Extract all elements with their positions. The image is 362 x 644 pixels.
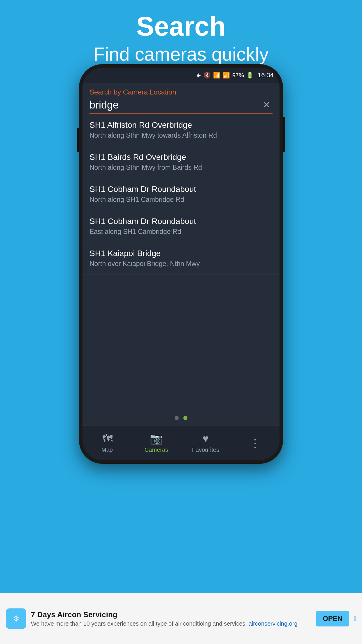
more-icon: ⋮ <box>249 436 261 450</box>
page-subtitle: Find cameras quickly <box>6 43 356 65</box>
result-subtitle: North along Sthn Mwy from Bairds Rd <box>89 164 273 172</box>
app-header: Search Find cameras quickly <box>0 0 362 71</box>
app-content: Search by Camera Location ✕ SH1 Alfristo… <box>82 83 280 460</box>
result-title: SH1 Cobham Dr Roundabout <box>89 217 273 226</box>
camera-icon: 📷 <box>150 433 163 445</box>
ad-logo: ❄ <box>6 608 26 629</box>
pagination-dots <box>82 411 280 425</box>
nav-label-map: Map <box>101 447 113 453</box>
wifi-icon: 📶 <box>213 72 220 79</box>
ad-banner: ❄ 7 Days Aircon Servicing We have more t… <box>0 593 362 644</box>
search-area: Search by Camera Location ✕ <box>82 83 280 114</box>
alarm-icon: ⊕ <box>196 72 201 79</box>
mute-icon: 🔇 <box>203 72 211 79</box>
clear-button[interactable]: ✕ <box>261 99 273 111</box>
list-item[interactable]: SH1 Cobham Dr Roundabout North along SH1… <box>82 178 280 210</box>
result-subtitle: North along SH1 Cambridge Rd <box>89 196 273 204</box>
dot-2-active[interactable] <box>183 416 187 420</box>
results-list: SH1 Alfriston Rd Overbridge North along … <box>82 114 280 411</box>
list-item[interactable]: SH1 Bairds Rd Overbridge North along Sth… <box>82 146 280 178</box>
nav-label-favourites: Favourites <box>192 447 219 453</box>
ad-title: 7 Days Aircon Servicing <box>31 610 311 619</box>
battery-percentage: 97% <box>232 72 244 79</box>
result-title: SH1 Cobham Dr Roundabout <box>89 185 273 194</box>
nav-label-cameras: Cameras <box>145 447 168 453</box>
side-button-right <box>283 117 285 152</box>
result-title: SH1 Bairds Rd Overbridge <box>89 153 273 162</box>
map-icon: 🗺 <box>102 433 113 445</box>
search-label: Search by Camera Location <box>89 88 273 96</box>
ad-info-icon[interactable]: ℹ <box>354 615 356 622</box>
list-item[interactable]: SH1 Alfriston Rd Overbridge North along … <box>82 114 280 146</box>
ad-text-content: 7 Days Aircon Servicing We have more tha… <box>31 610 311 627</box>
search-input[interactable] <box>89 99 261 111</box>
result-subtitle: East along SH1 Cambridge Rd <box>89 228 273 236</box>
list-item[interactable]: SH1 Cobham Dr Roundabout East along SH1 … <box>82 210 280 242</box>
ad-website[interactable]: airconservicing.org <box>249 620 298 627</box>
result-subtitle: North over Kaiapoi Bridge, Nthn Mwy <box>89 260 273 268</box>
nav-item-map[interactable]: 🗺 Map <box>82 433 132 453</box>
page-title: Search <box>6 12 356 41</box>
status-time: 16:34 <box>258 71 274 79</box>
status-icons: ⊕ 🔇 📶 📶 97% 🔋 16:34 <box>196 71 274 79</box>
result-title: SH1 Kaiapoi Bridge <box>89 249 273 258</box>
result-title: SH1 Alfriston Rd Overbridge <box>89 120 273 130</box>
search-row: ✕ <box>89 99 273 114</box>
bottom-nav: 🗺 Map 📷 Cameras ♥ Favourites ⋮ <box>82 425 280 460</box>
result-subtitle: North along Sthn Mwy towards Alfriston R… <box>89 132 273 139</box>
ad-subtitle: We have more than 10 years experiences o… <box>31 620 311 627</box>
dot-1[interactable] <box>175 416 179 420</box>
signal-icon: 📶 <box>223 72 230 79</box>
nav-item-cameras[interactable]: 📷 Cameras <box>132 433 181 453</box>
phone-screen: ⊕ 🔇 📶 📶 97% 🔋 16:34 Search by Camera Loc… <box>82 68 280 460</box>
nav-item-favourites[interactable]: ♥ Favourites <box>181 433 230 453</box>
nav-item-more[interactable]: ⋮ <box>230 436 280 450</box>
ad-open-button[interactable]: OPEN <box>316 611 349 626</box>
side-button-left <box>77 128 79 152</box>
battery-icon: 🔋 <box>246 72 254 79</box>
phone-frame: ⊕ 🔇 📶 📶 97% 🔋 16:34 Search by Camera Loc… <box>79 64 283 464</box>
status-bar: ⊕ 🔇 📶 📶 97% 🔋 16:34 <box>82 68 280 83</box>
heart-icon: ♥ <box>203 433 209 445</box>
list-item[interactable]: SH1 Kaiapoi Bridge North over Kaiapoi Br… <box>82 242 280 274</box>
